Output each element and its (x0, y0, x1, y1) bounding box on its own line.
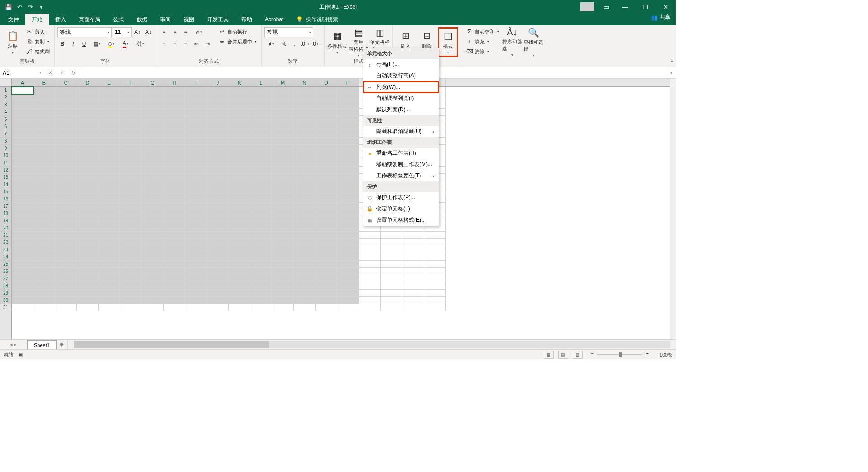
cell[interactable] (294, 181, 316, 188)
cell[interactable] (272, 138, 294, 145)
cell[interactable] (250, 123, 272, 130)
cell[interactable] (272, 297, 294, 304)
row-header[interactable]: 6 (0, 123, 11, 130)
cell[interactable] (142, 87, 164, 94)
tab-dev[interactable]: 开发工具 (201, 14, 235, 25)
cell[interactable] (250, 174, 272, 181)
cell[interactable] (185, 246, 207, 253)
cell[interactable] (77, 253, 99, 261)
cell[interactable] (12, 224, 33, 232)
cell[interactable] (294, 195, 316, 203)
cell[interactable] (337, 195, 359, 203)
cell[interactable] (120, 239, 142, 246)
cell[interactable] (55, 275, 77, 282)
cell[interactable] (207, 123, 229, 130)
cell[interactable] (337, 94, 359, 101)
cell[interactable] (164, 87, 185, 94)
cell[interactable] (99, 87, 120, 94)
cell[interactable] (185, 116, 207, 123)
cell[interactable] (185, 297, 207, 304)
cell[interactable] (164, 101, 185, 109)
tell-me-search[interactable]: 💡 操作说明搜索 (290, 14, 338, 25)
cell[interactable] (164, 261, 185, 268)
cell[interactable] (316, 145, 337, 152)
cell[interactable] (272, 253, 294, 261)
cell[interactable] (99, 101, 120, 109)
cell[interactable] (337, 123, 359, 130)
row-header[interactable]: 8 (0, 138, 11, 145)
font-size-select[interactable]: 11 (113, 27, 132, 37)
cell[interactable] (164, 167, 185, 174)
cell[interactable] (99, 275, 120, 282)
cell[interactable] (185, 123, 207, 130)
cell[interactable] (250, 195, 272, 203)
cell[interactable] (142, 145, 164, 152)
cell[interactable] (359, 275, 381, 282)
cell[interactable] (99, 217, 120, 224)
cell[interactable] (77, 282, 99, 290)
cell[interactable] (381, 253, 402, 261)
cell[interactable] (99, 224, 120, 232)
cell[interactable] (120, 101, 142, 109)
cell[interactable] (185, 138, 207, 145)
cell[interactable] (294, 159, 316, 167)
cell[interactable] (207, 297, 229, 304)
cell[interactable] (250, 261, 272, 268)
align-bottom-icon[interactable]: ≡ (181, 27, 191, 37)
cell[interactable] (272, 282, 294, 290)
cell[interactable] (185, 181, 207, 188)
cell[interactable] (120, 138, 142, 145)
cell[interactable] (424, 290, 446, 297)
cell[interactable] (99, 268, 120, 275)
cell[interactable] (142, 232, 164, 239)
tab-formulas[interactable]: 公式 (107, 14, 130, 25)
cell[interactable] (229, 159, 250, 167)
cell[interactable] (164, 109, 185, 116)
cell[interactable] (294, 188, 316, 195)
cell[interactable] (207, 181, 229, 188)
enter-icon[interactable]: ✓ (56, 67, 68, 78)
cell[interactable] (55, 246, 77, 253)
cell[interactable] (272, 109, 294, 116)
cell[interactable] (185, 94, 207, 101)
cell[interactable] (337, 116, 359, 123)
cell[interactable] (120, 181, 142, 188)
cell[interactable] (229, 94, 250, 101)
cell[interactable] (294, 94, 316, 101)
orientation-icon[interactable]: ⇗ (192, 27, 205, 37)
cell[interactable] (77, 275, 99, 282)
cell[interactable] (99, 138, 120, 145)
cell[interactable] (164, 159, 185, 167)
cell[interactable] (272, 116, 294, 123)
cell[interactable] (99, 203, 120, 210)
cell[interactable] (77, 239, 99, 246)
tab-acrobat[interactable]: Acrobat (259, 14, 290, 25)
cell[interactable] (207, 159, 229, 167)
cell[interactable] (250, 217, 272, 224)
number-format-select[interactable]: 常规 (264, 27, 313, 37)
column-header[interactable]: H (164, 79, 185, 86)
cell[interactable] (99, 304, 120, 311)
cell[interactable] (120, 253, 142, 261)
cell[interactable] (12, 304, 33, 311)
cell[interactable] (33, 195, 55, 203)
increase-decimal-icon[interactable]: .0→ (301, 39, 311, 49)
row-header[interactable]: 4 (0, 109, 11, 116)
cell[interactable] (142, 109, 164, 116)
cell[interactable] (33, 145, 55, 152)
cell[interactable] (316, 130, 337, 138)
cell[interactable] (12, 145, 33, 152)
cell[interactable] (33, 210, 55, 217)
cell[interactable] (229, 145, 250, 152)
cell[interactable] (142, 130, 164, 138)
comma-icon[interactable]: , (290, 39, 300, 49)
cell[interactable] (99, 210, 120, 217)
view-normal-icon[interactable]: ▦ (544, 351, 554, 359)
undo-icon[interactable]: ↶ (14, 2, 24, 12)
cell[interactable] (207, 290, 229, 297)
cell[interactable] (402, 290, 424, 297)
cell[interactable] (316, 232, 337, 239)
cell[interactable] (424, 261, 446, 268)
menu-format-cells[interactable]: ▦设置单元格格式(E)... (363, 215, 439, 226)
cell[interactable] (250, 282, 272, 290)
